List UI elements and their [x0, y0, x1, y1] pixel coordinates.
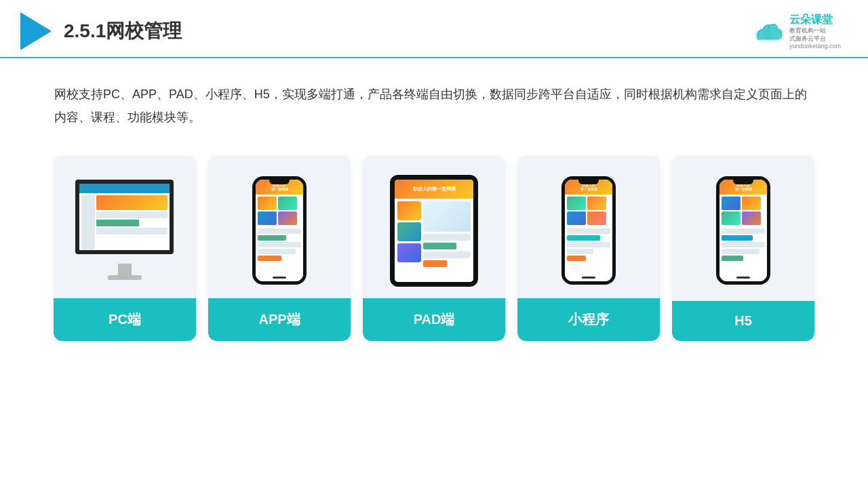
brand-name: 云朵课堂	[789, 13, 833, 27]
play-triangle-icon	[20, 12, 52, 50]
card-pad-label: PAD端	[363, 298, 505, 341]
brand-logo: 云朵课堂 教育机构一站 式服务云平台 yunduoketang.com	[751, 13, 841, 49]
card-miniprogram[interactable]: 职进人的第一堂网课 小程序	[517, 156, 660, 341]
card-app-label: APP端	[208, 298, 351, 341]
brand-sub: 教育机构一站 式服务云平台	[789, 27, 826, 43]
description-text: 网校支持PC、APP、PAD、小程序、H5，实现多端打通，产品各终端自由切换，数…	[0, 58, 868, 142]
miniprogram-phone-device: 职进人的第一堂网课	[561, 176, 616, 285]
card-app[interactable]: 职进人的第一堂网课 APP端	[208, 156, 351, 341]
brand-url: yunduoketang.com	[789, 43, 841, 49]
card-app-image: 职进人的第一堂网课	[208, 156, 351, 298]
header-left: 2.5.1网校管理	[20, 12, 182, 50]
card-miniprogram-label: 小程序	[517, 298, 660, 341]
svg-point-2	[768, 26, 770, 28]
phone-device: 职进人的第一堂网课	[252, 176, 307, 285]
description-paragraph: 网校支持PC、APP、PAD、小程序、H5，实现多端打通，产品各终端自由切换，数…	[54, 83, 814, 129]
header-right: 云朵课堂 教育机构一站 式服务云平台 yunduoketang.com	[751, 13, 841, 49]
card-pad[interactable]: 职进人的第一堂网课	[363, 156, 505, 341]
brand-text: 云朵课堂 教育机构一站 式服务云平台 yunduoketang.com	[789, 13, 841, 49]
pad-device: 职进人的第一堂网课	[390, 175, 478, 287]
card-h5[interactable]: 职进人的第一堂网课 H5	[672, 156, 814, 341]
monitor-device	[67, 180, 182, 281]
card-h5-label: H5	[672, 301, 814, 341]
card-h5-image: 职进人的第一堂网课	[672, 156, 814, 298]
svg-point-3	[772, 24, 774, 26]
card-pc-label: PC端	[54, 298, 196, 341]
card-pc-image	[54, 156, 196, 298]
cloud-icon	[751, 19, 785, 43]
svg-point-4	[776, 28, 777, 29]
card-pad-image: 职进人的第一堂网课	[363, 156, 505, 298]
card-miniprogram-image: 职进人的第一堂网课	[517, 156, 660, 298]
card-pc[interactable]: PC端	[54, 156, 196, 341]
page-title: 2.5.1网校管理	[64, 18, 182, 44]
h5-phone-device: 职进人的第一堂网课	[716, 176, 770, 285]
cards-area: PC端 职进人的第一堂网课	[0, 142, 868, 354]
header: 2.5.1网校管理 云朵课堂 教育机构一站 式服务云平台 yunduo	[0, 0, 868, 58]
